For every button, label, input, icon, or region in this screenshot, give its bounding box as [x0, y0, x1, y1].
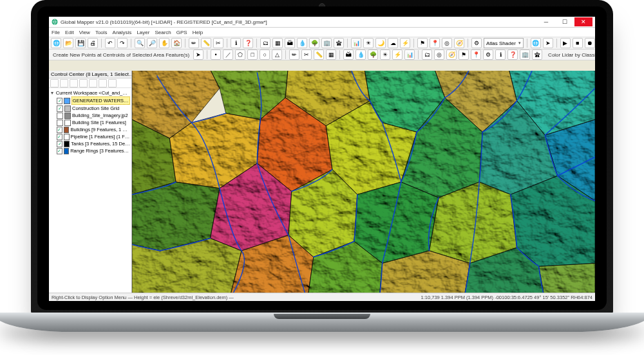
menu-edit[interactable]: Edit [65, 30, 74, 35]
maximize-button[interactable]: ☐ [556, 17, 574, 26]
tb-cloud-icon[interactable]: ☁ [388, 38, 398, 48]
tb2-grid-icon[interactable]: ▦ [326, 50, 336, 60]
tb-globe-icon[interactable]: 🌐 [51, 38, 61, 48]
cc-tool-1[interactable] [50, 79, 59, 87]
tb-flag-icon[interactable]: ⚑ [417, 38, 428, 48]
tb2-pin-icon[interactable]: 📍 [471, 50, 481, 60]
layer-row[interactable]: Construction Site Grid [50, 105, 130, 112]
map-view[interactable] [132, 71, 595, 293]
tb2-gear-icon[interactable]: ⚙ [483, 50, 493, 60]
cc-tool-7[interactable] [108, 79, 117, 87]
cc-tool-4[interactable] [79, 79, 88, 87]
layer-row[interactable]: Pipeline [1 Features] (1 Featur… [50, 133, 130, 140]
tb2-bolt-icon[interactable]: ⚡ [392, 50, 402, 60]
tb-print-icon[interactable]: 🖨 [88, 38, 98, 48]
menu-layer[interactable]: Layer [137, 30, 149, 35]
layer-checkbox[interactable] [57, 127, 62, 133]
shader-combo[interactable]: Atlas Shader ▾ [484, 38, 524, 48]
tree-root[interactable]: ▾ Current Workspace <Cut_and_Fil… [50, 89, 130, 96]
tb2-arrow-icon[interactable]: ➤ [193, 50, 204, 60]
layer-row[interactable]: Range Rings [3 Features, 1 Del… [50, 147, 130, 154]
tb2-triangle-icon[interactable]: △ [272, 50, 282, 60]
tb-cut-icon[interactable]: ✂ [213, 38, 223, 48]
tb-redo-icon[interactable]: ↷ [117, 38, 128, 48]
tb-help-icon[interactable]: ❓ [243, 38, 253, 48]
layer-row[interactable]: Building Site [1 Features] [50, 119, 130, 126]
tb2-target-icon[interactable]: ◎ [434, 50, 444, 60]
tb2-line-icon[interactable]: ／ [223, 50, 233, 60]
tb-play-icon[interactable]: ▶ [560, 38, 571, 48]
tb2-chart-icon[interactable]: 📊 [404, 50, 415, 60]
tb-arrow-icon[interactable]: ➤ [543, 38, 553, 48]
tb-save-icon[interactable]: 💾 [75, 38, 86, 48]
tb-globe2-icon[interactable]: 🌐 [531, 38, 541, 48]
tb2-tree-icon[interactable]: 🌳 [368, 50, 378, 60]
tb2-square-icon[interactable]: □ [247, 50, 258, 60]
cc-tool-6[interactable] [99, 79, 107, 87]
layer-row[interactable]: Building_Site_Imagery.jp2 [50, 112, 130, 119]
layer-row[interactable]: Tanks [3 Features, 15 Deleted] [50, 140, 130, 147]
menu-file[interactable]: File [52, 30, 60, 35]
tb-home-icon[interactable]: 🏠 [171, 38, 182, 48]
tb-bolt-icon[interactable]: ⚡ [400, 38, 410, 48]
tb-road-icon[interactable]: 🛣 [334, 38, 344, 48]
tb-building-icon[interactable]: 🏢 [321, 38, 332, 48]
tb-stop-icon[interactable]: ■ [573, 38, 583, 48]
tb2-building-icon[interactable]: 🏢 [520, 50, 530, 60]
menu-search[interactable]: Search [155, 30, 171, 35]
tb-gear-icon[interactable]: ⚙ [471, 38, 482, 48]
tb2-point-icon[interactable]: • [211, 50, 221, 60]
layer-tree[interactable]: ▾ Current Workspace <Cut_and_Fil… GENERA… [49, 88, 131, 293]
layer-checkbox[interactable] [57, 134, 62, 140]
close-button[interactable]: ✕ [574, 17, 592, 26]
tb-zoomout-icon[interactable]: 🔎 [147, 38, 157, 48]
cc-tool-3[interactable] [70, 79, 78, 87]
tb2-water-icon[interactable]: 💧 [355, 50, 366, 60]
tb-mountain-icon[interactable]: 🏔 [285, 38, 295, 48]
tb-chart-icon[interactable]: 📊 [351, 38, 361, 48]
tb2-polygon-icon[interactable]: ⬠ [235, 50, 245, 60]
tb2-pencil-icon[interactable]: ✏ [289, 50, 299, 60]
tb2-layer-icon[interactable]: 🗂 [422, 50, 432, 60]
tb-compass-icon[interactable]: 🧭 [454, 38, 464, 48]
tb-grid-icon[interactable]: ▦ [272, 38, 283, 48]
tb-moon-icon[interactable]: 🌙 [375, 38, 386, 48]
menu-help[interactable]: Help [193, 30, 203, 35]
tb2-info-icon[interactable]: ℹ [495, 50, 506, 60]
tb2-ruler-icon[interactable]: 📏 [314, 50, 324, 60]
tb-pencil-icon[interactable]: ✏ [189, 38, 199, 48]
layer-checkbox[interactable] [57, 120, 63, 126]
tb-ruler-icon[interactable]: 📏 [201, 38, 211, 48]
tb2-circle-icon[interactable]: ○ [260, 50, 270, 60]
tb2-flag-icon[interactable]: ⚑ [459, 50, 469, 60]
tb2-compass-icon[interactable]: 🧭 [446, 50, 457, 60]
menu-view[interactable]: View [79, 30, 90, 35]
tb-undo-icon[interactable]: ↶ [105, 38, 115, 48]
layer-checkbox[interactable] [57, 113, 63, 119]
tb-sun-icon[interactable]: ☀ [363, 38, 374, 48]
tb-rec-icon[interactable]: ⏺ [585, 38, 595, 48]
collapse-icon[interactable]: ▾ [50, 89, 55, 96]
layer-checkbox[interactable] [57, 105, 63, 112]
cc-tool-5[interactable] [89, 79, 97, 87]
tb-tree-icon[interactable]: 🌳 [309, 38, 319, 48]
tb2-road-icon[interactable]: 🛣 [532, 50, 542, 60]
tb2-mountain-icon[interactable]: 🏔 [343, 50, 354, 60]
tb-pan-icon[interactable]: ✋ [159, 38, 169, 48]
tb-water-icon[interactable]: 💧 [297, 38, 307, 48]
menu-gps[interactable]: GPS [176, 30, 187, 35]
tb-target-icon[interactable]: ◎ [442, 38, 452, 48]
tb-info-icon[interactable]: ℹ [231, 38, 241, 48]
tb2-cut-icon[interactable]: ✂ [301, 50, 312, 60]
tb-open-icon[interactable]: 📂 [63, 38, 73, 48]
layer-checkbox[interactable] [57, 141, 62, 147]
layer-checkbox[interactable] [57, 148, 62, 154]
minimize-button[interactable]: ─ [537, 17, 555, 26]
tb-layer-icon[interactable]: 🗂 [260, 38, 270, 48]
menu-analysis[interactable]: Analysis [113, 30, 132, 35]
tb-zoomin-icon[interactable]: 🔍 [135, 38, 145, 48]
menu-tools[interactable]: Tools [95, 30, 108, 35]
tb2-help-icon[interactable]: ❓ [507, 50, 518, 60]
tb-pin-icon[interactable]: 📍 [430, 38, 440, 48]
tb2-sun-icon[interactable]: ☀ [380, 50, 390, 60]
